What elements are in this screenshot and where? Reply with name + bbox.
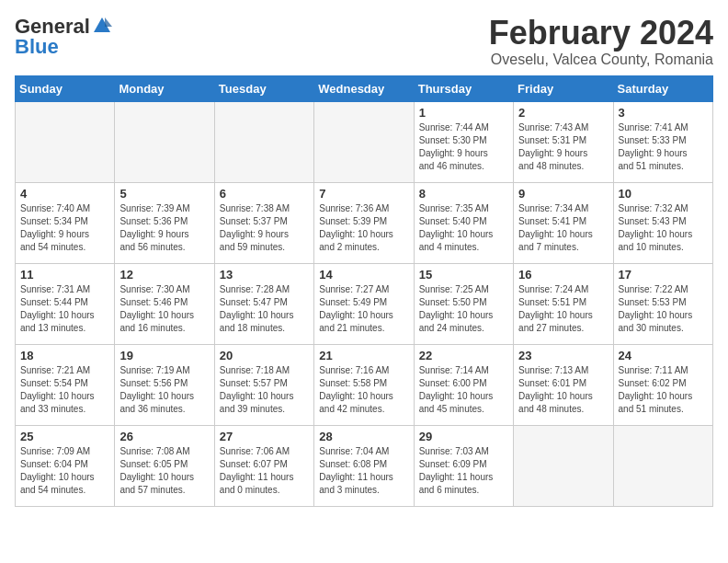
day-number: 12 (119, 268, 209, 282)
day-number: 4 (20, 187, 109, 201)
day-number: 6 (220, 187, 309, 201)
day-info: Sunrise: 7:08 AM Sunset: 6:05 PM Dayligh… (119, 445, 209, 497)
day-info: Sunrise: 7:41 AM Sunset: 5:33 PM Dayligh… (619, 121, 708, 173)
calendar-cell: 16Sunrise: 7:24 AM Sunset: 5:51 PM Dayli… (514, 263, 613, 344)
calendar-cell: 28Sunrise: 7:04 AM Sunset: 6:08 PM Dayli… (314, 425, 414, 506)
day-number: 16 (518, 268, 608, 282)
day-number: 19 (119, 349, 209, 362)
calendar-cell: 19Sunrise: 7:19 AM Sunset: 5:56 PM Dayli… (115, 344, 214, 425)
weekday-header-row: SundayMondayTuesdayWednesdayThursdayFrid… (16, 75, 713, 101)
day-number: 11 (20, 268, 109, 282)
calendar-cell: 27Sunrise: 7:06 AM Sunset: 6:07 PM Dayli… (214, 425, 313, 506)
day-info: Sunrise: 7:30 AM Sunset: 5:46 PM Dayligh… (119, 283, 209, 335)
day-info: Sunrise: 7:24 AM Sunset: 5:51 PM Dayligh… (518, 283, 608, 335)
day-info: Sunrise: 7:13 AM Sunset: 6:01 PM Dayligh… (518, 364, 608, 416)
calendar-cell: 8Sunrise: 7:35 AM Sunset: 5:40 PM Daylig… (414, 182, 513, 263)
title-area: February 2024 Oveselu, Valcea County, Ro… (489, 15, 713, 68)
weekday-header-monday: Monday (115, 75, 214, 101)
calendar-cell: 21Sunrise: 7:16 AM Sunset: 5:58 PM Dayli… (314, 344, 414, 425)
calendar-cell: 2Sunrise: 7:43 AM Sunset: 5:31 PM Daylig… (514, 101, 613, 182)
day-info: Sunrise: 7:04 AM Sunset: 6:08 PM Dayligh… (319, 445, 408, 497)
day-info: Sunrise: 7:32 AM Sunset: 5:43 PM Dayligh… (619, 202, 708, 254)
week-row-3: 11Sunrise: 7:31 AM Sunset: 5:44 PM Dayli… (16, 263, 713, 344)
day-info: Sunrise: 7:19 AM Sunset: 5:56 PM Dayligh… (119, 364, 209, 416)
day-info: Sunrise: 7:36 AM Sunset: 5:39 PM Dayligh… (319, 202, 408, 254)
day-info: Sunrise: 7:18 AM Sunset: 5:57 PM Dayligh… (220, 364, 309, 416)
day-info: Sunrise: 7:03 AM Sunset: 6:09 PM Dayligh… (419, 445, 508, 497)
day-info: Sunrise: 7:35 AM Sunset: 5:40 PM Dayligh… (419, 202, 508, 254)
day-info: Sunrise: 7:31 AM Sunset: 5:44 PM Dayligh… (20, 283, 109, 335)
calendar-cell: 20Sunrise: 7:18 AM Sunset: 5:57 PM Dayli… (214, 344, 313, 425)
calendar-cell (613, 425, 712, 506)
day-number: 26 (119, 430, 209, 443)
week-row-5: 25Sunrise: 7:09 AM Sunset: 6:04 PM Dayli… (16, 425, 713, 506)
day-number: 21 (319, 349, 408, 362)
day-info: Sunrise: 7:22 AM Sunset: 5:53 PM Dayligh… (619, 283, 708, 335)
day-info: Sunrise: 7:44 AM Sunset: 5:30 PM Dayligh… (419, 121, 508, 173)
calendar-cell: 4Sunrise: 7:40 AM Sunset: 5:34 PM Daylig… (16, 182, 115, 263)
calendar-table: SundayMondayTuesdayWednesdayThursdayFrid… (15, 75, 713, 507)
day-info: Sunrise: 7:28 AM Sunset: 5:47 PM Dayligh… (220, 283, 309, 335)
weekday-header-saturday: Saturday (613, 75, 712, 101)
calendar-cell: 17Sunrise: 7:22 AM Sunset: 5:53 PM Dayli… (613, 263, 712, 344)
day-info: Sunrise: 7:11 AM Sunset: 6:02 PM Dayligh… (619, 364, 708, 416)
day-info: Sunrise: 7:38 AM Sunset: 5:37 PM Dayligh… (220, 202, 309, 254)
day-number: 28 (319, 430, 408, 443)
calendar-cell: 22Sunrise: 7:14 AM Sunset: 6:00 PM Dayli… (414, 344, 513, 425)
day-number: 13 (220, 268, 309, 282)
day-info: Sunrise: 7:34 AM Sunset: 5:41 PM Dayligh… (518, 202, 608, 254)
day-number: 8 (419, 187, 508, 201)
calendar-cell: 10Sunrise: 7:32 AM Sunset: 5:43 PM Dayli… (613, 182, 712, 263)
calendar-cell: 29Sunrise: 7:03 AM Sunset: 6:09 PM Dayli… (414, 425, 513, 506)
day-number: 27 (220, 430, 309, 443)
day-number: 25 (20, 430, 109, 443)
day-number: 29 (419, 430, 508, 443)
calendar-cell (514, 425, 613, 506)
calendar-cell (214, 101, 313, 182)
week-row-2: 4Sunrise: 7:40 AM Sunset: 5:34 PM Daylig… (16, 182, 713, 263)
day-number: 20 (220, 349, 309, 362)
day-number: 15 (419, 268, 508, 282)
calendar-cell: 5Sunrise: 7:39 AM Sunset: 5:36 PM Daylig… (115, 182, 214, 263)
weekday-header-sunday: Sunday (16, 75, 115, 101)
weekday-header-wednesday: Wednesday (314, 75, 414, 101)
weekday-header-thursday: Thursday (414, 75, 513, 101)
day-number: 2 (518, 106, 608, 120)
calendar-cell: 11Sunrise: 7:31 AM Sunset: 5:44 PM Dayli… (16, 263, 115, 344)
calendar-cell: 18Sunrise: 7:21 AM Sunset: 5:54 PM Dayli… (16, 344, 115, 425)
svg-marker-1 (105, 17, 112, 27)
logo: General Blue (15, 15, 112, 59)
week-row-4: 18Sunrise: 7:21 AM Sunset: 5:54 PM Dayli… (16, 344, 713, 425)
day-info: Sunrise: 7:25 AM Sunset: 5:50 PM Dayligh… (419, 283, 508, 335)
calendar-cell: 25Sunrise: 7:09 AM Sunset: 6:04 PM Dayli… (16, 425, 115, 506)
day-number: 1 (419, 106, 508, 120)
day-info: Sunrise: 7:16 AM Sunset: 5:58 PM Dayligh… (319, 364, 408, 416)
calendar-cell: 24Sunrise: 7:11 AM Sunset: 6:02 PM Dayli… (613, 344, 712, 425)
day-info: Sunrise: 7:40 AM Sunset: 5:34 PM Dayligh… (20, 202, 109, 254)
day-number: 14 (319, 268, 408, 282)
day-info: Sunrise: 7:27 AM Sunset: 5:49 PM Dayligh… (319, 283, 408, 335)
day-number: 22 (419, 349, 508, 362)
day-info: Sunrise: 7:43 AM Sunset: 5:31 PM Dayligh… (518, 121, 608, 173)
header: General Blue February 2024 Oveselu, Valc… (15, 15, 713, 68)
day-number: 7 (319, 187, 408, 201)
day-number: 17 (619, 268, 708, 282)
calendar-cell: 3Sunrise: 7:41 AM Sunset: 5:33 PM Daylig… (613, 101, 712, 182)
day-number: 23 (518, 349, 608, 362)
calendar-cell (16, 101, 115, 182)
calendar-cell: 15Sunrise: 7:25 AM Sunset: 5:50 PM Dayli… (414, 263, 513, 344)
calendar-cell: 7Sunrise: 7:36 AM Sunset: 5:39 PM Daylig… (314, 182, 414, 263)
calendar-cell: 26Sunrise: 7:08 AM Sunset: 6:05 PM Dayli… (115, 425, 214, 506)
calendar-cell: 1Sunrise: 7:44 AM Sunset: 5:30 PM Daylig… (414, 101, 513, 182)
day-number: 9 (518, 187, 608, 201)
day-info: Sunrise: 7:14 AM Sunset: 6:00 PM Dayligh… (419, 364, 508, 416)
day-number: 3 (619, 106, 708, 120)
day-number: 5 (119, 187, 209, 201)
day-number: 18 (20, 349, 109, 362)
day-number: 24 (619, 349, 708, 362)
weekday-header-tuesday: Tuesday (214, 75, 313, 101)
day-info: Sunrise: 7:06 AM Sunset: 6:07 PM Dayligh… (220, 445, 309, 497)
calendar-cell: 13Sunrise: 7:28 AM Sunset: 5:47 PM Dayli… (214, 263, 313, 344)
calendar-cell (115, 101, 214, 182)
calendar-cell: 9Sunrise: 7:34 AM Sunset: 5:41 PM Daylig… (514, 182, 613, 263)
